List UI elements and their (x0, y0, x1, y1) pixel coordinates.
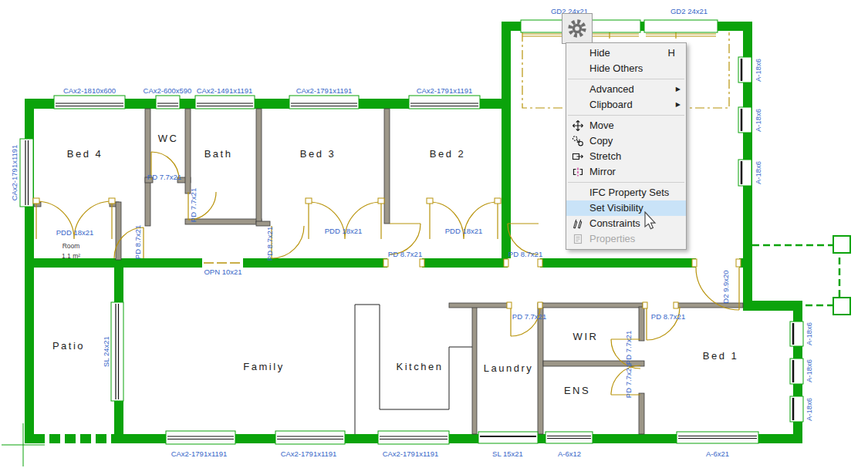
room-note-line2: 1.1 m² (62, 252, 80, 260)
door-label: PDD 18x21 (56, 228, 94, 237)
door-label: D2 9.9x20 (721, 270, 730, 303)
window-label: A-18x6 (805, 359, 813, 382)
floorplan-canvas[interactable]: CAx2-1810x600 CAx2-600x590 CAx2-1491x119… (0, 0, 868, 468)
window-label: CAx2-1791x1191 (296, 86, 353, 95)
submenu-arrow-icon: ▶ (676, 97, 681, 113)
window-label: A-18x6 (805, 398, 813, 421)
room-label: Kitchen (397, 361, 444, 372)
door-label: PD 7.7x21 (189, 188, 198, 222)
door-label: PDD 18x21 (325, 227, 363, 235)
door-label: PD 8.7x21 (508, 250, 542, 258)
window-label: CAx2-1791x1191 (281, 449, 337, 458)
window-label: A-18x6 (754, 59, 762, 82)
door-label: PD 7.7x21 (147, 173, 181, 181)
window-label: A-18x6 (754, 161, 762, 184)
menu-separator (568, 115, 684, 116)
garage-door-label: GD2 24x21 (670, 7, 708, 15)
door-label: PD 8.7x21 (265, 227, 274, 261)
gear-icon (564, 15, 590, 42)
menu-item-set-visibility[interactable]: Set Visibility (566, 200, 686, 216)
copy-icon (566, 135, 589, 147)
door-label: SL 24x21 (102, 336, 110, 367)
menu-separator (568, 182, 684, 183)
menu-item-properties[interactable]: Properties (566, 231, 686, 247)
opening-label: OPN 10x21 (204, 268, 241, 276)
menu-item-advanced[interactable]: Advanced ▶ (566, 82, 686, 97)
menu-item-ifc-property-sets[interactable]: IFC Property Sets (566, 185, 686, 200)
constraints-icon (566, 217, 589, 230)
room-label: Bed 2 (430, 148, 465, 160)
window-label: CAx2-600x590 (144, 86, 192, 95)
menu-item-mirror[interactable]: Mirror (566, 164, 686, 180)
floorplan-editor: CAx2-1810x600 CAx2-600x590 CAx2-1491x119… (0, 0, 868, 468)
window-label: CAx2-1791x1191 (171, 449, 228, 458)
room-label: WIR (573, 331, 599, 342)
menu-item-copy[interactable]: Copy (566, 133, 686, 149)
shortcut-hint: H (668, 45, 675, 61)
door-label: PD 8.7x21 (133, 225, 142, 259)
window-label: CAx2-1791x1191 (417, 86, 473, 95)
door-label: PD 8.7x21 (651, 312, 685, 321)
properties-icon (566, 233, 589, 245)
menu-item-clipboard[interactable]: Clipboard ▶ (566, 97, 686, 113)
door-label: PD 7.7x21 (624, 331, 633, 365)
window-label: A-18x6 (754, 109, 762, 132)
room-label: Bed 1 (703, 350, 738, 362)
gear-button[interactable] (562, 13, 593, 44)
menu-item-hide[interactable]: Hide H (566, 45, 686, 61)
door-label: PD 7.7x21 (512, 312, 546, 321)
room-label: Patio (52, 340, 85, 352)
menu-item-hide-others[interactable]: Hide Others (566, 61, 686, 76)
room-label: Family (243, 361, 284, 372)
room-label: ENS (564, 385, 590, 396)
room-label: Bed 4 (67, 148, 103, 160)
door-label: PD 7.7x21 (624, 364, 633, 398)
window-label: A-6x21 (706, 449, 729, 458)
window-label: CAx2-1791x1191 (10, 145, 19, 201)
window-label: SL 15x21 (492, 449, 523, 458)
window-label: CAx2-1491x1191 (197, 86, 253, 95)
submenu-arrow-icon: ▶ (676, 82, 681, 97)
room-label: Bed 3 (300, 148, 336, 160)
door-label: PDD 18x21 (445, 227, 483, 235)
stretch-icon (566, 150, 589, 163)
menu-item-move[interactable]: Move (566, 118, 686, 133)
context-menu: Hide H Hide Others Advanced ▶ Clipboard … (566, 42, 687, 250)
window-label: A-6x12 (558, 449, 581, 458)
window-labels: CAx2-1810x600 CAx2-600x590 CAx2-1491x119… (10, 7, 813, 458)
door-label: PD 8.7x21 (388, 250, 422, 258)
menu-separator (568, 79, 684, 79)
mirror-icon (566, 166, 589, 178)
window-label: CAx2-1810x600 (63, 86, 116, 95)
window-label: CAx2-1791x1191 (383, 449, 439, 458)
origin-crosshair-icon (2, 423, 45, 466)
room-note-line1: Room (62, 242, 80, 250)
menu-item-stretch[interactable]: Stretch (566, 149, 686, 164)
room-label: Bath (204, 148, 233, 160)
menu-item-constraints[interactable]: Constraints (566, 216, 686, 231)
room-label: Laundry (484, 362, 533, 374)
room-label: WC (158, 133, 179, 144)
window-label: A-18x6 (805, 322, 813, 345)
move-icon (566, 120, 589, 132)
